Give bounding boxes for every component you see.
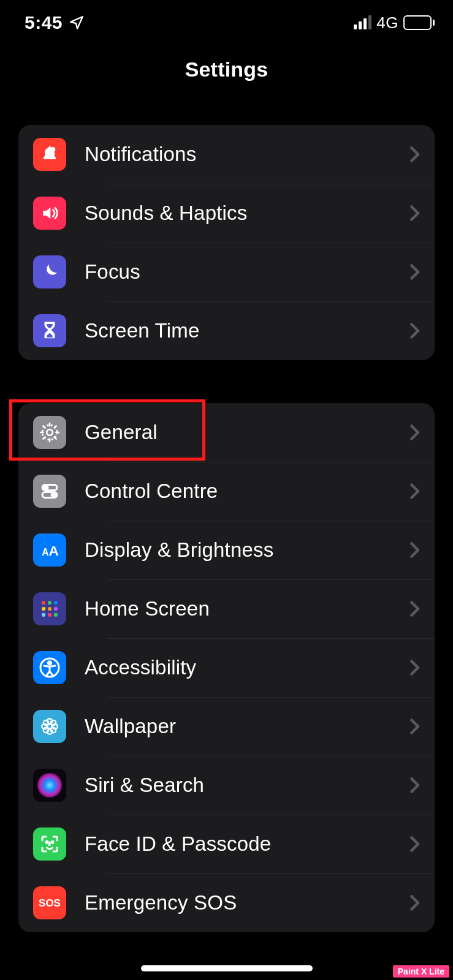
settings-row-general[interactable]: General — [18, 403, 435, 462]
svg-point-30 — [37, 773, 62, 797]
svg-point-0 — [50, 147, 55, 152]
siri-icon — [33, 769, 66, 802]
chevron-right-icon — [409, 717, 420, 736]
bell-icon — [33, 138, 66, 171]
settings-row-accessibility[interactable]: Accessibility — [18, 638, 435, 697]
page-title: Settings — [0, 58, 453, 81]
chevron-right-icon — [409, 776, 420, 794]
row-label: Home Screen — [85, 597, 409, 620]
battery-icon — [403, 15, 435, 30]
watermark: Paint X Lite — [393, 965, 449, 978]
chevron-right-icon — [409, 423, 420, 442]
chevron-right-icon — [409, 541, 420, 559]
chevron-right-icon — [409, 658, 420, 677]
text-size-icon: AA — [33, 533, 66, 567]
row-label: Emergency SOS — [85, 891, 409, 914]
status-time: 5:45 — [25, 12, 63, 33]
cellular-signal-icon — [354, 16, 371, 29]
row-label: Focus — [85, 260, 409, 284]
status-bar: 5:45 4G — [0, 0, 453, 37]
flower-icon — [33, 710, 66, 743]
row-label: Control Centre — [85, 480, 409, 503]
settings-row-sounds-haptics[interactable]: Sounds & Haptics — [18, 184, 435, 243]
settings-row-face-id-passcode[interactable]: Face ID & Passcode — [18, 815, 435, 873]
row-label: Face ID & Passcode — [85, 832, 409, 856]
svg-point-6 — [51, 493, 55, 497]
settings-row-emergency-sos[interactable]: SOSEmergency SOS — [18, 873, 435, 932]
svg-rect-16 — [48, 613, 51, 617]
row-label: Screen Time — [85, 319, 409, 342]
settings-row-wallpaper[interactable]: Wallpaper — [18, 697, 435, 756]
svg-rect-10 — [48, 601, 51, 605]
svg-point-31 — [46, 842, 48, 843]
sos-icon: SOS — [33, 886, 66, 919]
svg-rect-11 — [54, 601, 58, 605]
svg-rect-13 — [48, 607, 51, 611]
face-id-icon — [33, 827, 66, 861]
svg-point-19 — [48, 662, 51, 665]
settings-row-notifications[interactable]: Notifications — [18, 125, 435, 184]
svg-rect-9 — [42, 601, 45, 605]
chevron-right-icon — [409, 482, 420, 500]
svg-rect-15 — [42, 613, 45, 617]
svg-point-32 — [51, 842, 53, 843]
page-header: Settings — [0, 37, 453, 103]
settings-row-display-brightness[interactable]: AADisplay & Brightness — [18, 521, 435, 579]
location-icon — [69, 15, 85, 31]
row-label: Display & Brightness — [85, 538, 409, 562]
svg-rect-14 — [54, 607, 58, 611]
svg-point-1 — [47, 429, 53, 435]
chevron-right-icon — [409, 204, 420, 222]
chevron-right-icon — [409, 263, 420, 281]
svg-text:A: A — [49, 543, 59, 559]
chevron-right-icon — [409, 145, 420, 164]
settings-group: NotificationsSounds & HapticsFocusScreen… — [18, 125, 435, 360]
row-label: Wallpaper — [85, 715, 409, 738]
svg-text:A: A — [42, 547, 48, 557]
app-grid-icon — [33, 592, 66, 625]
settings-row-control-centre[interactable]: Control Centre — [18, 462, 435, 521]
switches-icon — [33, 475, 66, 508]
speaker-icon — [33, 197, 66, 230]
settings-group: GeneralControl CentreAADisplay & Brightn… — [18, 403, 435, 932]
chevron-right-icon — [409, 322, 420, 340]
row-label: Sounds & Haptics — [85, 202, 409, 225]
row-label: Notifications — [85, 143, 409, 166]
accessibility-icon — [33, 651, 66, 684]
row-label: Accessibility — [85, 656, 409, 679]
chevron-right-icon — [409, 835, 420, 853]
row-label: Siri & Search — [85, 774, 409, 797]
row-label: General — [85, 421, 409, 444]
gear-icon — [33, 416, 66, 449]
svg-point-2 — [42, 425, 57, 440]
settings-row-screen-time[interactable]: Screen Time — [18, 301, 435, 360]
svg-text:SOS: SOS — [39, 897, 61, 909]
network-label: 4G — [376, 13, 398, 32]
settings-row-siri-search[interactable]: Siri & Search — [18, 756, 435, 815]
svg-point-4 — [44, 486, 48, 489]
hourglass-icon — [33, 314, 66, 347]
svg-rect-17 — [54, 613, 58, 617]
home-indicator[interactable] — [141, 965, 313, 971]
svg-rect-12 — [42, 607, 45, 611]
settings-row-home-screen[interactable]: Home Screen — [18, 579, 435, 638]
chevron-right-icon — [409, 894, 420, 912]
moon-icon — [33, 255, 66, 288]
settings-row-focus[interactable]: Focus — [18, 243, 435, 301]
chevron-right-icon — [409, 600, 420, 618]
